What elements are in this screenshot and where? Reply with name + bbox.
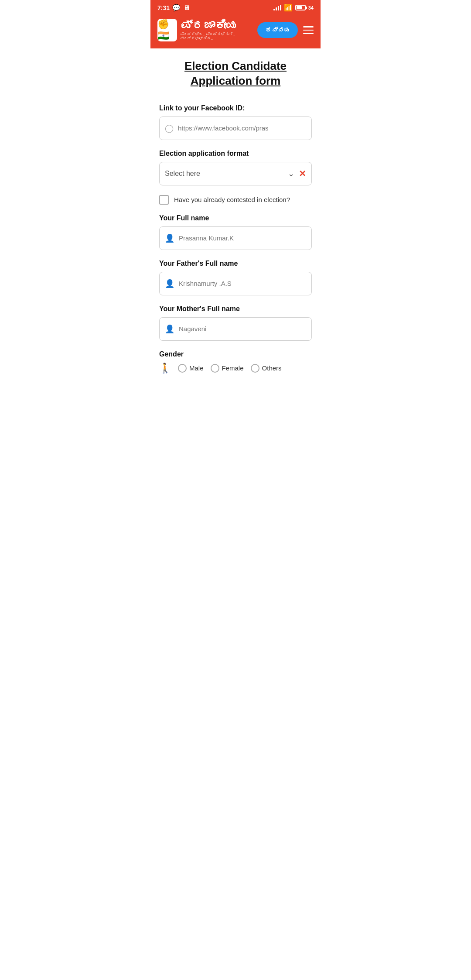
app-subtitle: ಪ್ರಜೆಗಳಿಂದ.. ಪ್ರಜೆಗಳಿಗಾಗಿ.. ಪ್ರಜೆಗಳಾಳ್ತಿ… xyxy=(181,32,257,41)
full-name-input-wrapper: 👤 xyxy=(159,226,312,250)
father-name-input-wrapper: 👤 xyxy=(159,272,312,295)
main-content: Election Candidate Application form Link… xyxy=(150,48,321,401)
header-right: ಕನ್ನಡ xyxy=(257,22,314,38)
female-label: Female xyxy=(222,364,244,372)
battery-level: 34 xyxy=(308,5,314,10)
full-name-input[interactable] xyxy=(179,234,306,242)
others-radio[interactable] xyxy=(251,364,259,373)
gender-others-option[interactable]: Others xyxy=(251,364,282,373)
contested-checkbox[interactable] xyxy=(159,195,169,205)
male-label: Male xyxy=(189,364,204,372)
father-name-label: Your Father's Full name xyxy=(159,260,312,267)
contested-checkbox-row: Have you already contested in election? xyxy=(159,195,312,205)
gender-label: Gender xyxy=(159,350,312,358)
signal-icon xyxy=(273,5,281,10)
page-title: Election Candidate Application form xyxy=(159,59,312,89)
gender-icon: 🚶 xyxy=(159,363,171,374)
person-icon: 👤 xyxy=(165,233,174,243)
battery-icon xyxy=(295,5,306,10)
election-format-select[interactable]: Select here ⌄ ✕ xyxy=(159,162,312,185)
facebook-section: Link to your Facebook ID: ◯ xyxy=(159,104,312,140)
father-name-input[interactable] xyxy=(179,280,306,287)
mother-name-label: Your Mother's Full name xyxy=(159,305,312,313)
facebook-input-wrapper: ◯ xyxy=(159,117,312,140)
father-name-section: Your Father's Full name 👤 xyxy=(159,260,312,295)
chevron-down-icon: ⌄ xyxy=(288,169,294,178)
fist-icon: ✊🇮🇳 xyxy=(157,19,177,41)
gender-section: Gender 🚶 Male Female Others xyxy=(159,350,312,374)
language-button[interactable]: ಕನ್ನಡ xyxy=(257,22,298,38)
status-bar: 7:31 💬 🖥 📶 34 xyxy=(150,0,321,14)
facebook-icon: ◯ xyxy=(165,123,174,133)
status-right: 📶 34 xyxy=(273,3,314,12)
gender-female-option[interactable]: Female xyxy=(211,364,244,373)
female-radio[interactable] xyxy=(211,364,219,373)
logo-area: ✊🇮🇳 ಪ್ರಜಾಕೀಯ ಪ್ರಜೆಗಳಿಂದ.. ಪ್ರಜೆಗಳಿಗಾಗಿ..… xyxy=(157,19,257,41)
mother-name-section: Your Mother's Full name 👤 xyxy=(159,305,312,341)
wifi-icon: 📶 xyxy=(284,3,293,12)
screen-icon: 🖥 xyxy=(183,4,190,11)
app-header: ✊🇮🇳 ಪ್ರಜಾಕೀಯ ಪ್ರಜೆಗಳಿಂದ.. ಪ್ರಜೆಗಳಿಗಾಗಿ..… xyxy=(150,14,321,48)
facebook-label: Link to your Facebook ID: xyxy=(159,104,312,112)
select-arrows: ⌄ ✕ xyxy=(288,168,306,179)
hamburger-menu[interactable] xyxy=(303,26,314,34)
app-name: ಪ್ರಜಾಕೀಯ xyxy=(181,20,257,31)
election-format-section: Election application format Select here … xyxy=(159,150,312,185)
election-format-label: Election application format xyxy=(159,150,312,158)
clear-icon[interactable]: ✕ xyxy=(299,168,306,179)
contested-label: Have you already contested in election? xyxy=(174,196,290,203)
status-left: 7:31 💬 🖥 xyxy=(157,4,190,12)
full-name-section: Your Full name 👤 xyxy=(159,214,312,250)
mother-name-input[interactable] xyxy=(179,325,306,332)
facebook-input[interactable] xyxy=(178,124,306,132)
gender-options-row: 🚶 Male Female Others xyxy=(159,363,312,374)
app-logo: ✊🇮🇳 xyxy=(157,19,177,41)
time: 7:31 xyxy=(157,4,170,11)
select-placeholder: Select here xyxy=(165,170,288,178)
male-radio[interactable] xyxy=(178,364,187,373)
person-icon-2: 👤 xyxy=(165,279,174,288)
others-label: Others xyxy=(262,364,282,372)
person-icon-3: 👤 xyxy=(165,324,174,334)
mother-name-input-wrapper: 👤 xyxy=(159,317,312,341)
full-name-label: Your Full name xyxy=(159,214,312,222)
gender-male-option[interactable]: Male xyxy=(178,364,204,373)
whatsapp-icon: 💬 xyxy=(172,4,181,12)
